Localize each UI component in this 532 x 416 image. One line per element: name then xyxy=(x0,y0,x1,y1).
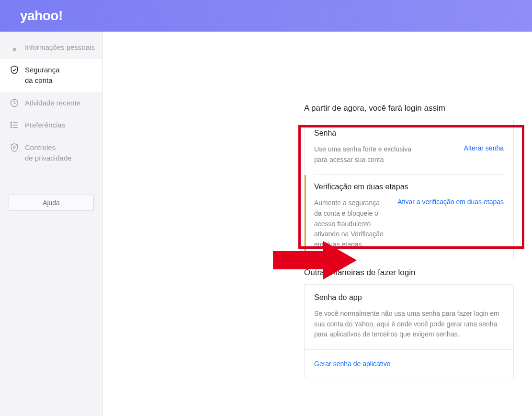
sidebar-item-recent-activity[interactable]: Atividade recente xyxy=(0,92,102,115)
clock-icon xyxy=(10,98,19,108)
logo-text: yahoo! xyxy=(20,8,63,23)
enable-two-step-link[interactable]: Ativar a verificação em duas etapas xyxy=(397,198,504,206)
sidebar-item-label: Informações pessoais xyxy=(25,42,95,53)
password-card-title: Senha xyxy=(314,129,504,138)
sidebar-item-label: Controles de privacidade xyxy=(25,142,72,164)
two-step-card-title: Verificação em duas etapas xyxy=(314,183,504,191)
svg-point-1 xyxy=(11,122,11,123)
help-button-label: Ajuda xyxy=(43,199,60,207)
app-password-card-description: Se você normalmente não usa uma senha pa… xyxy=(314,309,504,340)
password-block: Senha Use uma senha forte e exclusiva pa… xyxy=(305,120,513,174)
sidebar-item-security[interactable]: Segurança da conta xyxy=(0,59,102,92)
app-password-card: Senha do app Se você normalmente não usa… xyxy=(304,284,514,378)
password-card-description: Use uma senha forte e exclusiva para ace… xyxy=(314,144,415,165)
svg-marker-8 xyxy=(273,241,357,279)
help-button[interactable]: Ajuda xyxy=(9,195,94,211)
shield-icon xyxy=(10,65,19,75)
svg-point-7 xyxy=(13,146,15,148)
sidebar-item-label: Atividade recente xyxy=(25,98,80,109)
bullet-icon xyxy=(10,43,19,52)
login-section-title: A partir de agora, você fará login assim xyxy=(304,104,532,113)
sidebar-item-label: Segurança da conta xyxy=(25,65,60,86)
sidebar-item-label: Preferências xyxy=(25,120,65,131)
sidebar-item-personal-info[interactable]: Informações pessoais xyxy=(0,36,102,59)
generate-app-password-link[interactable]: Gerar senha de aplicativo xyxy=(314,360,391,368)
header-bar: yahoo! xyxy=(0,0,532,32)
annotation-arrow-icon xyxy=(273,239,359,284)
change-password-link[interactable]: Alterar senha xyxy=(464,144,504,152)
main-content: A partir de agora, você fará login assim… xyxy=(103,32,532,416)
list-icon xyxy=(10,120,19,130)
svg-point-3 xyxy=(11,125,11,126)
sidebar: Informações pessoais Segurança da conta xyxy=(0,32,103,416)
yahoo-logo[interactable]: yahoo! xyxy=(20,8,63,23)
sidebar-item-privacy-controls[interactable]: Controles de privacidade xyxy=(0,137,102,170)
shield-gear-icon xyxy=(10,143,19,152)
app-password-card-title: Senha do app xyxy=(314,293,504,302)
sidebar-item-preferences[interactable]: Preferências xyxy=(0,114,102,137)
svg-point-5 xyxy=(11,127,11,128)
